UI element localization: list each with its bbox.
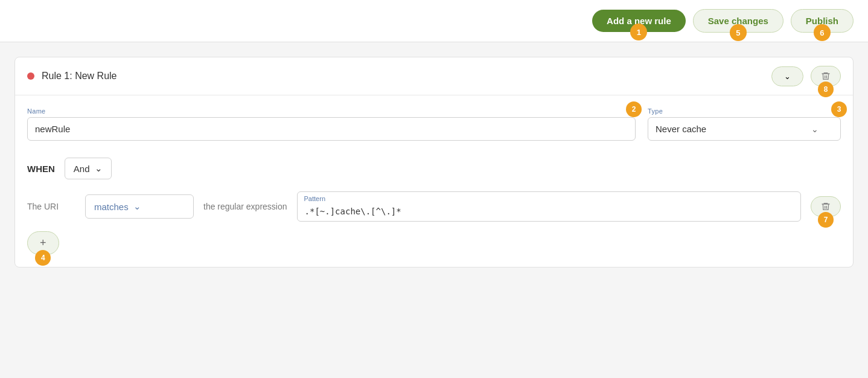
type-label: Type	[648, 107, 841, 115]
badge-8: 8	[818, 82, 834, 97]
uri-label: The URI	[27, 202, 75, 211]
badge-7: 7	[818, 212, 834, 228]
matches-label: matches	[94, 202, 129, 212]
type-chevron-icon: ⌄	[811, 124, 819, 134]
top-bar: Add a new rule 1 Save changes 5 Publish …	[0, 0, 868, 42]
add-rule-wrapper: Add a new rule 1	[592, 10, 686, 32]
badge-4: 4	[35, 250, 51, 266]
rule-title: Rule 1: New Rule	[42, 71, 764, 82]
matches-chevron-icon: ⌄	[133, 201, 141, 212]
type-value: Never cache	[656, 124, 706, 134]
pattern-input-wrapper: Pattern	[297, 191, 801, 222]
fields-row: Name 2 Type Never cache ⌄ 3	[27, 107, 841, 141]
and-label: And	[74, 164, 90, 174]
and-chevron-icon: ⌄	[95, 163, 103, 174]
type-select[interactable]: Never cache ⌄	[648, 117, 841, 141]
trash-icon	[821, 71, 831, 81]
badge-3: 3	[831, 101, 847, 117]
when-row: WHEN And ⌄	[27, 158, 841, 179]
rule-header-actions: ⌄ 8	[771, 66, 841, 86]
rule-body: Name 2 Type Never cache ⌄ 3 WHEN	[15, 95, 853, 267]
chevron-down-icon: ⌄	[784, 72, 791, 81]
condition-row: The URI matches ⌄ the regular expression…	[27, 191, 841, 222]
rule-header: Rule 1: New Rule ⌄ 8	[15, 57, 853, 95]
badge-6: 6	[814, 24, 831, 41]
pattern-label: Pattern	[304, 195, 325, 202]
matches-select[interactable]: matches ⌄	[85, 194, 194, 219]
delete-rule-wrapper: 8	[811, 66, 841, 86]
delete-condition-wrapper: 7	[811, 196, 841, 217]
type-field-group: Type Never cache ⌄ 3	[648, 107, 841, 141]
collapse-button[interactable]: ⌄	[771, 66, 803, 86]
save-changes-wrapper: Save changes 5	[693, 9, 783, 33]
badge-1: 1	[630, 24, 647, 40]
name-input[interactable]	[27, 117, 636, 141]
delete-condition-trash-icon	[821, 202, 831, 211]
matches-select-wrapper: matches ⌄	[85, 194, 194, 219]
name-label: Name	[27, 107, 636, 115]
regex-label: the regular expression	[203, 202, 287, 211]
publish-wrapper: Publish 6	[791, 9, 854, 33]
pattern-input[interactable]	[297, 191, 801, 222]
badge-2: 2	[626, 101, 642, 117]
when-label: WHEN	[27, 164, 55, 174]
name-field-group: Name 2	[27, 107, 636, 141]
add-condition-wrapper: + 4	[27, 231, 59, 255]
collapse-wrapper: ⌄	[771, 66, 803, 86]
and-select[interactable]: And ⌄	[65, 158, 112, 179]
rule-card: Rule 1: New Rule ⌄ 8	[14, 57, 854, 267]
badge-5: 5	[730, 24, 747, 41]
rule-status-dot	[27, 72, 34, 80]
main-content: Rule 1: New Rule ⌄ 8	[0, 42, 868, 378]
